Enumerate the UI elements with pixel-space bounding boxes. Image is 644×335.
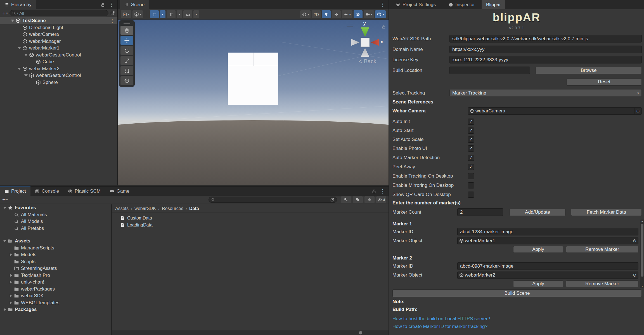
foldout-open-icon[interactable]	[16, 47, 22, 49]
handle-orientation-button[interactable]: ▾	[132, 10, 143, 18]
lock-icon[interactable]	[101, 3, 105, 7]
overlay-drag-handle[interactable]	[124, 22, 130, 24]
webar-camera-object-field[interactable]: webarCamera ⊙	[468, 107, 642, 115]
tree-item-unity-chan[interactable]: unity-chan!	[0, 279, 111, 286]
icon-size-slider[interactable]	[112, 330, 389, 335]
x-axis-cone[interactable]	[371, 39, 379, 46]
marker1-remove-button[interactable]: Remove Marker	[566, 246, 638, 253]
open-search-window-icon[interactable]	[110, 11, 115, 16]
breadcrumb-data[interactable]: Data	[189, 206, 199, 211]
gizmos-toggle[interactable]: ▾	[375, 10, 386, 18]
marker-id-help-link[interactable]: How to create Marker ID for marker track…	[392, 324, 487, 329]
tree-item-all-models[interactable]: All Models	[0, 218, 111, 225]
foldout-closed-icon[interactable]	[8, 301, 14, 305]
breadcrumb-assets[interactable]: Assets	[115, 206, 129, 211]
scrollbar-thumb[interactable]	[641, 224, 643, 277]
move-tool-button[interactable]	[120, 36, 133, 45]
asset-loadingdata[interactable]: LoadingData	[112, 221, 389, 228]
scene-lighting-toggle[interactable]	[322, 10, 331, 18]
hierarchy-item-webarmarker2[interactable]: webarMarker2	[0, 65, 117, 72]
foldout-open-icon[interactable]	[16, 68, 22, 70]
build-scene-button[interactable]: Build Scene	[392, 289, 642, 297]
tree-item-packages[interactable]: Packages	[0, 306, 111, 313]
license-input[interactable]	[449, 56, 642, 63]
hidden-packages-toggle[interactable]: 4	[376, 196, 386, 203]
scroll-up-icon[interactable]: ▲	[640, 220, 644, 222]
scroll-down-icon[interactable]: ▼	[640, 285, 644, 288]
tree-item-textmesh-pro[interactable]: TextMesh Pro	[0, 272, 111, 279]
transform-tool-button[interactable]	[120, 76, 133, 85]
gizmo-drag-handle[interactable]	[347, 25, 353, 27]
kebab-menu-icon[interactable]: ⋮	[380, 189, 385, 194]
tab-hierarchy[interactable]: Hierarchy	[0, 0, 36, 9]
tree-item-scripts[interactable]: Scripts	[0, 258, 111, 265]
marker-list-scrollbar[interactable]: ▲ ▼	[640, 220, 644, 288]
show-qr-desktop-checkbox[interactable]: ✓	[468, 192, 474, 198]
kebab-icon[interactable]: ⋮	[110, 18, 115, 24]
enable-tracking-desktop-checkbox[interactable]: ✓	[468, 173, 474, 179]
set-auto-scale-checkbox[interactable]: ✓	[468, 136, 474, 143]
create-asset-button[interactable]: + ▾	[2, 196, 8, 203]
hierarchy-item-sphere[interactable]: Sphere	[0, 79, 117, 86]
auto-start-checkbox[interactable]: ✓	[468, 128, 474, 134]
tab-inspector[interactable]: Inspector	[444, 0, 479, 9]
hierarchy-search-input[interactable]	[19, 11, 106, 16]
favorites-button[interactable]	[364, 196, 375, 203]
peel-away-checkbox[interactable]: ✓	[468, 164, 474, 170]
tab-plastic-scm[interactable]: Plastic SCM	[63, 187, 105, 196]
grid-snapping-toggle[interactable]	[150, 10, 159, 18]
mode-2d-toggle[interactable]: 2D	[312, 10, 321, 18]
hierarchy-item-cube[interactable]: Cube	[0, 58, 117, 65]
marker-count-input[interactable]	[457, 208, 503, 216]
foldout-open-icon[interactable]	[2, 240, 8, 242]
foldout-closed-icon[interactable]	[8, 253, 14, 256]
gizmo-lock-icon[interactable]	[382, 25, 386, 29]
tree-item-streamingassets[interactable]: StreamingAssets	[0, 265, 111, 272]
marker-plane-object[interactable]	[228, 53, 278, 105]
search-filter-dropdown-icon[interactable]: ▾	[17, 12, 18, 15]
hierarchy-item-webarcamera[interactable]: webarCamera	[0, 31, 117, 38]
scale-tool-button[interactable]	[120, 56, 133, 65]
grid-snapping-dropdown[interactable]: ▾	[160, 10, 165, 18]
foldout-open-icon[interactable]	[10, 20, 16, 22]
slider-knob[interactable]	[359, 331, 362, 334]
kebab-menu-icon[interactable]: ⋮	[109, 2, 114, 7]
view-tool-button[interactable]	[120, 26, 133, 35]
marker2-object-field[interactable]: webarMarker2 ⊙	[457, 272, 638, 279]
grid-visibility-button[interactable]	[167, 10, 176, 18]
marker2-apply-button[interactable]: Apply	[513, 280, 563, 287]
hierarchy-item-webarmanager[interactable]: webarManager	[0, 38, 117, 45]
reset-button[interactable]: Reset	[567, 78, 642, 86]
hierarchy-item-directional-light[interactable]: Directional Light	[0, 24, 117, 31]
object-picker-icon[interactable]: ⊙	[631, 237, 638, 244]
breadcrumb-webarsdk[interactable]: webarSDK	[134, 206, 156, 211]
tree-item-webarsdk[interactable]: webarSDK	[0, 292, 111, 299]
foldout-closed-icon[interactable]	[8, 274, 14, 277]
foldout-closed-icon[interactable]	[2, 308, 8, 311]
create-button[interactable]: + ▾	[2, 10, 8, 16]
tab-scene[interactable]: Scene	[120, 0, 149, 9]
hierarchy-item-webargesturecontrol-1[interactable]: webarGestureControl	[0, 52, 117, 59]
neg-y-axis-cone[interactable]	[361, 48, 369, 57]
rotate-tool-button[interactable]	[120, 46, 133, 55]
build-location-input[interactable]	[449, 67, 530, 74]
marker1-id-input[interactable]	[457, 228, 638, 235]
tree-item-managerscripts[interactable]: ManagerScripts	[0, 245, 111, 252]
tracking-dropdown[interactable]: Marker Tracking ▾	[449, 89, 642, 97]
scene-audio-toggle[interactable]	[332, 10, 341, 18]
project-search-input[interactable]	[216, 197, 329, 202]
tool-settings-button[interactable]: ▾	[121, 10, 131, 18]
add-update-button[interactable]: Add/Update	[510, 209, 565, 216]
grid-visibility-dropdown[interactable]: ▾	[177, 10, 182, 18]
draw-mode-button[interactable]: ▾	[300, 10, 311, 18]
marker2-id-input[interactable]	[457, 262, 638, 270]
tree-item-favorites[interactable]: Favorites	[0, 204, 111, 211]
filter-by-type-button[interactable]	[341, 196, 351, 203]
hierarchy-item-webarmarker1[interactable]: webarMarker1	[0, 45, 117, 52]
y-axis-cone[interactable]	[361, 27, 369, 37]
tree-item-all-materials[interactable]: All Materials	[0, 211, 111, 218]
tree-item-all-prefabs[interactable]: All Prefabs	[0, 225, 111, 232]
tab-project[interactable]: Project	[0, 187, 30, 196]
camera-settings-button[interactable]: ▾	[364, 10, 374, 18]
tree-item-webarpackages[interactable]: webarPackages	[0, 286, 111, 293]
